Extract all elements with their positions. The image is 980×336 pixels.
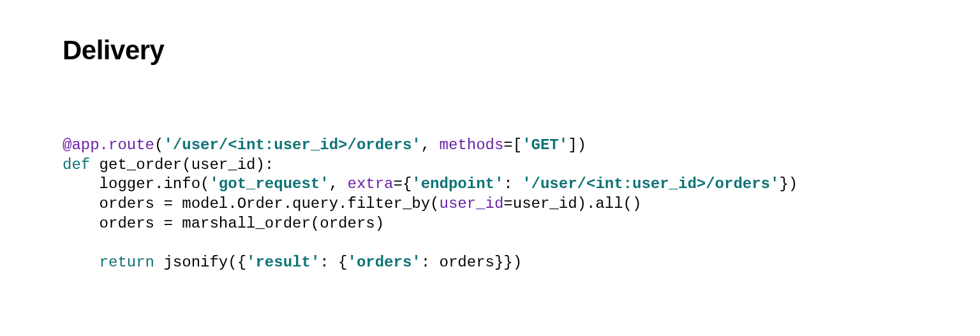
close-brace-paren: }) xyxy=(779,175,798,193)
def-keyword: def xyxy=(63,156,90,173)
userid-kwarg: user_id xyxy=(440,195,504,212)
endpoint-key: 'endpoint' xyxy=(412,175,503,193)
paren: ( xyxy=(154,136,163,154)
orders-key: 'orders' xyxy=(348,254,421,271)
orders-query-end: =user_id).all() xyxy=(503,195,641,212)
equals: =[ xyxy=(503,136,522,154)
marshall-line: orders = marshall_order(orders) xyxy=(63,215,384,232)
extra-kwarg: extra xyxy=(347,175,393,193)
got-request-string: 'got_request' xyxy=(209,175,329,193)
jsonify-start: jsonify({ xyxy=(154,254,246,271)
comma: , xyxy=(421,136,440,154)
colon: : xyxy=(503,175,522,193)
return-indent xyxy=(63,254,100,271)
endpoint-value: '/user/<int:user_id>/orders' xyxy=(522,175,779,193)
return-keyword: return xyxy=(100,254,154,271)
logger-call-start: logger.info( xyxy=(63,175,209,193)
comma: , xyxy=(329,175,348,193)
decorator: @app.route xyxy=(63,136,154,154)
func-signature: get_order(user_id): xyxy=(90,156,274,173)
get-string: 'GET' xyxy=(522,136,568,154)
slide-title: Delivery xyxy=(63,35,980,66)
orders-query-start: orders = model.Order.query.filter_by( xyxy=(63,195,440,212)
result-key: 'result' xyxy=(246,254,320,271)
equals-brace: ={ xyxy=(394,175,412,193)
route-string: '/user/<int:user_id>/orders' xyxy=(163,136,420,154)
jsonify-end: : orders}}) xyxy=(421,254,522,271)
colon-brace: : { xyxy=(320,254,347,271)
close: ]) xyxy=(568,136,586,154)
code-block: @app.route('/user/<int:user_id>/orders',… xyxy=(63,136,980,273)
methods-kwarg: methods xyxy=(440,136,504,154)
